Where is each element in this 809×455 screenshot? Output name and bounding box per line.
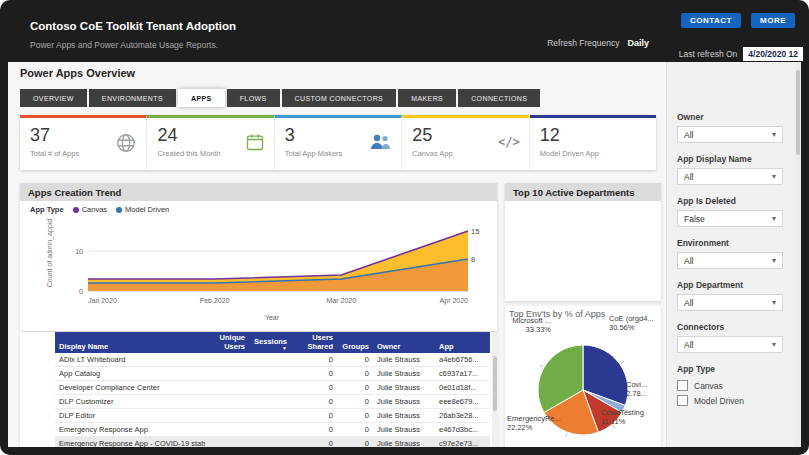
tab-bar: OVERVIEWENVIRONMENTSAPPSFLOWSCUSTOM CONN… — [20, 89, 540, 107]
scrollbar-thumb[interactable] — [796, 70, 800, 155]
filter-dropdown-app-is-deleted[interactable]: False▾ — [677, 210, 783, 227]
table-cell: DLP Editor — [55, 409, 205, 423]
chevron-down-icon: ▾ — [772, 340, 776, 349]
table-row[interactable]: ADlx LT Whiteboard00Julie Straussa4eb675… — [55, 353, 490, 367]
table-row[interactable]: Emergency Response App - COVID-19 stats0… — [55, 437, 490, 447]
table-cell: Julie Strauss — [373, 353, 435, 367]
pie-label-pct: 22.22% — [507, 423, 565, 432]
vertical-scrollbar[interactable] — [795, 62, 801, 447]
filter-pane: OwnerAll▾App Display NameAll▾App Is Dele… — [666, 62, 795, 447]
pie-label-name: EmergencyRe... — [507, 414, 565, 423]
more-link[interactable]: MORE — [751, 13, 795, 28]
calendar-icon — [245, 132, 265, 156]
table-cell: Julie Strauss — [373, 423, 435, 437]
trend-x-axis-label: Year — [64, 314, 480, 321]
tab-overview[interactable]: OVERVIEW — [20, 89, 87, 107]
filter-label: App Display Name — [677, 154, 783, 164]
scrollbar-thumb[interactable] — [493, 356, 497, 411]
table-row[interactable]: Emergency Response App00Julie Strausse46… — [55, 423, 490, 437]
legend-label: Canvas — [82, 205, 107, 214]
legend-dot — [73, 207, 79, 213]
table-row[interactable]: App Catalog00Julie Straussc6937a17... — [55, 367, 490, 381]
trend-area-chart: 010158Jan 2020Feb 2020Mar 2020Apr 2020 — [64, 221, 480, 309]
kpi-card-total-app-makers: 3Total App Makers — [275, 115, 402, 170]
contact-link[interactable]: CONTACT — [681, 13, 741, 28]
filter-value: All — [684, 172, 693, 182]
filter-label: App Type — [677, 364, 783, 374]
tab-makers[interactable]: MAKERS — [398, 89, 456, 107]
kpi-card-total-of-apps: 37Total # of Apps — [20, 115, 147, 170]
table-cell — [205, 409, 249, 423]
filter-dropdown-app-department[interactable]: All▾ — [677, 294, 783, 311]
pie-label-name: CovidTesting — [601, 408, 659, 417]
table-row[interactable]: DLP Editor00Julie Strauss26ab3e28... — [55, 409, 490, 423]
column-header-owner[interactable]: Owner — [373, 332, 435, 353]
filter-value: All — [684, 340, 693, 350]
svg-text:Jan 2020: Jan 2020 — [88, 297, 117, 304]
column-header-display-name[interactable]: Display Name — [55, 332, 205, 353]
table-cell: ADlx LT Whiteboard — [55, 353, 205, 367]
legend-dot — [116, 207, 122, 213]
apps-table: Display NameUnique UsersSessions▼Users S… — [55, 332, 490, 447]
column-header-app[interactable]: App — [435, 332, 490, 353]
filter-dropdown-owner[interactable]: All▾ — [677, 126, 783, 143]
svg-text:Feb 2020: Feb 2020 — [200, 297, 230, 304]
sort-desc-icon: ▼ — [253, 346, 287, 351]
column-header-unique-users[interactable]: Unique Users — [205, 332, 249, 353]
filter-group-app-display-name: App Display NameAll▾ — [677, 154, 783, 185]
topbar: CONTACT MORE — [681, 13, 795, 28]
table-cell: 0 — [337, 437, 373, 447]
pie-label-name: Microsoft ... — [505, 316, 551, 325]
table-row[interactable]: Developer Compliance Center00Julie Strau… — [55, 381, 490, 395]
table-cell: 0 — [337, 367, 373, 381]
table-cell: c97e2e73... — [435, 437, 490, 447]
people-icon — [368, 132, 392, 156]
filter-label: App Department — [677, 280, 783, 290]
tab-apps[interactable]: APPS — [178, 89, 225, 107]
tab-flows[interactable]: FLOWS — [227, 89, 280, 107]
filter-checkbox-model-driven[interactable]: Model Driven — [677, 393, 783, 408]
table-cell — [205, 367, 249, 381]
chevron-down-icon: ▾ — [772, 298, 776, 307]
legend-label: Model Driven — [125, 205, 169, 214]
tab-custom-connectors[interactable]: CUSTOM CONNECTORS — [282, 89, 397, 107]
legend-item-canvas: Canvas — [73, 205, 107, 214]
report-page: Power Apps Overview OVERVIEWENVIRONMENTS… — [8, 62, 801, 447]
table-cell: Julie Strauss — [373, 409, 435, 423]
table-cell: 0 — [291, 367, 337, 381]
pie-label-name: CoE (orgd4... — [609, 314, 661, 323]
filter-value: False — [684, 214, 705, 224]
column-header-groups[interactable]: Groups — [337, 332, 373, 353]
checkbox-label: Model Driven — [694, 396, 744, 406]
table-cell — [249, 381, 291, 395]
tab-environments[interactable]: ENVIRONMENTS — [89, 89, 176, 107]
tab-connections[interactable]: CONNECTIONS — [458, 89, 540, 107]
table-cell: 0 — [291, 353, 337, 367]
table-cell: DLP Customizer — [55, 395, 205, 409]
filter-dropdown-connectors[interactable]: All▾ — [677, 336, 783, 353]
filter-label: App Is Deleted — [677, 196, 783, 206]
column-header-users-shared[interactable]: Users Shared — [291, 332, 337, 353]
filter-dropdown-app-display-name[interactable]: All▾ — [677, 168, 783, 185]
last-refresh-label: Last refresh On — [679, 49, 738, 59]
table-cell: Julie Strauss — [373, 437, 435, 447]
table-cell: e467d3bc... — [435, 423, 490, 437]
filter-group-owner: OwnerAll▾ — [677, 112, 783, 143]
pie-label-emergencyre: EmergencyRe...22.22% — [507, 414, 565, 432]
checkbox-label: Canvas — [694, 381, 723, 391]
filter-dropdown-environment[interactable]: All▾ — [677, 252, 783, 269]
pie-label-coe-orgd4: CoE (orgd4...30.56% — [609, 314, 661, 332]
table-cell — [205, 423, 249, 437]
app-window: CONTACT MORE Contoso CoE Toolkit Tenant … — [0, 0, 809, 455]
table-scrollbar[interactable] — [492, 332, 498, 447]
last-refresh-value: 4/20/2020 12 — [743, 47, 803, 61]
table-cell: Julie Strauss — [373, 367, 435, 381]
filter-checkbox-canvas[interactable]: Canvas — [677, 378, 783, 393]
globe-icon — [115, 132, 137, 158]
column-header-sessions[interactable]: Sessions▼ — [249, 332, 291, 353]
table-row[interactable]: DLP Customizer00Julie Strausseee8e679... — [55, 395, 490, 409]
pie-label-pct: 11.11% — [601, 417, 659, 426]
page-title: Power Apps Overview — [20, 67, 135, 79]
panel-title: Apps Creation Trend — [20, 183, 497, 201]
active-departments-panel: Top 10 Active Departments — [505, 183, 661, 301]
